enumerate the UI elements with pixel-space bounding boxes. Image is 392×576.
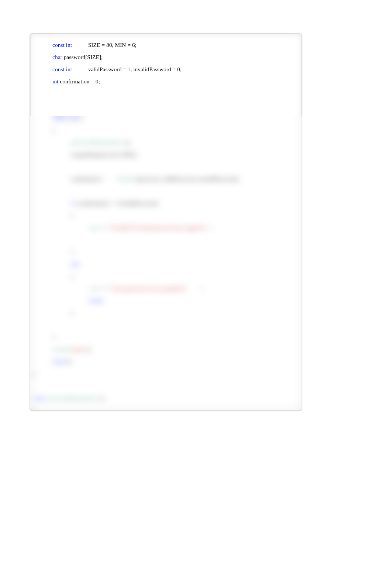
code-text: ; [207, 224, 212, 231]
identifier: cout [89, 285, 99, 292]
keyword: true [70, 115, 79, 121]
code-block: const int SIZE = 80, MIN = 6; char passw… [30, 34, 302, 411]
keyword: void [33, 395, 44, 401]
keyword: int [52, 78, 58, 84]
code-text: { [33, 407, 36, 411]
document-page: const int SIZE = 80, MIN = 6; char passw… [30, 33, 302, 411]
code-text: SIZE = 80, MIN = 6; [85, 42, 137, 48]
code-text: ; [187, 285, 203, 292]
code-text: (confirmation == invalidPassword) [74, 200, 158, 206]
code-text: } [33, 370, 36, 377]
code-text: << [99, 285, 110, 292]
code-text: << [99, 224, 110, 231]
code-text: { [71, 212, 73, 218]
string-literal: "pause" [70, 346, 88, 352]
code-text: { [52, 127, 55, 133]
code-text: } [71, 249, 73, 255]
string-literal: "Your password was accepted!\n" [110, 285, 187, 292]
code-text: 0; [66, 358, 72, 365]
identifier: system( [52, 346, 70, 352]
code-text: } [52, 334, 55, 340]
code-text: { [71, 273, 73, 279]
function-call: passwordRequirments [71, 139, 122, 145]
keyword: char [52, 54, 62, 60]
code-text: ); [88, 346, 91, 352]
code-text: ( [65, 115, 70, 121]
keyword: else [71, 261, 80, 267]
code-text: password[SIZE]; [62, 54, 103, 60]
identifier: cout [89, 224, 99, 231]
code-text: validPassword = 1, invalidPassword = 0; [85, 66, 182, 72]
code-text: } [71, 310, 73, 316]
code-text: (password, validPassword, invalidPasswor… [133, 176, 239, 182]
keyword: const int [52, 42, 72, 48]
code-text: ) [79, 115, 82, 121]
code-text: confirmation = [71, 176, 117, 182]
code-text: (); [122, 139, 130, 145]
keyword: while [52, 115, 65, 121]
code-text: () [97, 395, 104, 401]
code-text: confirmation = 0; [58, 78, 100, 84]
code-text: cin.getline(password, SIZE); [71, 151, 137, 158]
keyword: break; [89, 297, 104, 304]
function-name: passwordRequirments [44, 395, 97, 401]
string-literal: "Invalid! Try that password once again!\… [110, 224, 207, 231]
function-call: isValid [117, 176, 133, 182]
keyword: const int [52, 66, 72, 72]
keyword: return [52, 358, 66, 365]
